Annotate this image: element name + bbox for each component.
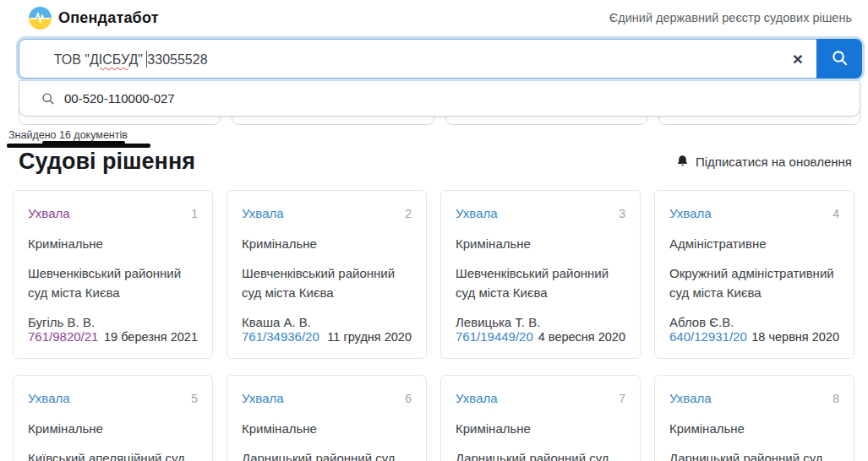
court-name: Дарницький районний суд (456, 448, 625, 461)
subscribe-label: Підписатися на оновлення (696, 155, 852, 169)
court-decision-card[interactable]: Ухвала 5 Кримінальне Київський апеляційн… (13, 375, 213, 461)
case-number-link[interactable]: 761/19449/20 (456, 327, 533, 346)
card-number: 8 (833, 389, 839, 409)
decision-type-link[interactable]: Ухвала (242, 388, 284, 408)
search-value-text: 33055528 (147, 52, 207, 67)
search-value-misspelled: ДІСБУД (90, 52, 138, 67)
court-decision-card[interactable]: Ухвала 1 Кримінальне Шевченківський райо… (13, 190, 213, 359)
suggestion-text: 00-520-110000-027 (64, 91, 175, 106)
page: Опендатабот Єдиний державний реєстр судо… (0, 0, 868, 461)
decision-type-link[interactable]: Ухвала (28, 203, 70, 223)
card-number: 4 (833, 204, 839, 224)
court-name: Дарницький районний суд (242, 448, 412, 461)
case-category: Адміністративне (669, 234, 839, 253)
results-count: Знайдено 16 документів (8, 129, 128, 141)
court-name: Дарницький районний суд (669, 448, 839, 461)
court-decision-card[interactable]: Ухвала 6 Кримінальне Дарницький районний… (227, 375, 427, 461)
court-decision-card[interactable]: Ухвала 7 Кримінальне Дарницький районний… (440, 375, 641, 461)
search-icon (41, 92, 55, 106)
card-header-row: Ухвала 1 (28, 203, 198, 224)
court-name: Шевченківський районний суд міста Києва (242, 263, 412, 302)
card-header-row: Ухвала 8 (669, 388, 839, 409)
card-footer-row: 640/12931/20 18 червня 2020 (669, 327, 839, 347)
card-header-row: Ухвала 6 (242, 388, 412, 409)
decision-type-link[interactable]: Ухвала (242, 203, 284, 223)
decision-date: 18 червня 2020 (751, 328, 839, 347)
case-category: Кримінальне (28, 234, 198, 253)
decision-date: 4 вересня 2020 (538, 328, 625, 347)
logo-text: Опендатабот (58, 9, 159, 27)
search-icon (831, 49, 849, 69)
search-suggestions-dropdown: 00-520-110000-027 (19, 80, 860, 117)
card-number: 6 (405, 389, 412, 409)
decision-cards-grid: Ухвала 1 Кримінальне Шевченківський райо… (13, 190, 854, 461)
card-number: 2 (405, 204, 412, 224)
search-bar: ТОВ "ДІСБУД" 33055528 × (19, 39, 862, 79)
decision-type-link[interactable]: Ухвала (456, 388, 498, 408)
page-title: Судові рішення (19, 149, 195, 175)
search-input[interactable]: ТОВ "ДІСБУД" 33055528 (19, 35, 779, 83)
court-decision-card[interactable]: Ухвала 8 Кримінальне Дарницький районний… (654, 375, 854, 461)
card-header-row: Ухвала 2 (242, 203, 412, 224)
case-category: Кримінальне (242, 234, 412, 253)
card-header-row: Ухвала 5 (28, 388, 198, 409)
court-name: Шевченківський районний суд міста Києва (28, 263, 198, 302)
card-number: 5 (191, 389, 198, 409)
decision-date: 11 грудня 2020 (327, 328, 412, 347)
card-footer-row: 761/34936/20 11 грудня 2020 (242, 327, 412, 347)
case-number-link[interactable]: 640/12931/20 (669, 327, 747, 346)
decision-date: 19 березня 2021 (104, 328, 198, 347)
court-name: Київський апеляційний суд (28, 448, 198, 461)
case-category: Кримінальне (456, 234, 625, 253)
search-suggestion-item[interactable]: 00-520-110000-027 (19, 81, 860, 116)
clear-search-icon[interactable]: × (779, 41, 816, 78)
card-header-row: Ухвала 4 (669, 203, 839, 224)
case-category: Кримінальне (28, 419, 198, 438)
search-value-text: ТОВ " (54, 52, 90, 67)
court-decision-card[interactable]: Ухвала 3 Кримінальне Шевченківський райо… (440, 190, 641, 359)
opendatabot-logo[interactable]: Опендатабот (29, 7, 159, 30)
case-category: Кримінальне (242, 419, 412, 438)
case-number-link[interactable]: 761/9820/21 (28, 327, 98, 346)
case-category: Кримінальне (456, 419, 625, 438)
registry-label: Єдиний державний реєстр судових рішень (609, 11, 852, 24)
card-header-row: Ухвала 7 (456, 388, 625, 409)
court-name: Шевченківський районний суд міста Києва (456, 263, 625, 302)
decision-type-link[interactable]: Ухвала (28, 388, 70, 408)
title-row: Судові рішення Підписатися на оновлення (19, 147, 852, 176)
card-number: 1 (191, 204, 198, 224)
subscribe-button[interactable]: Підписатися на оновлення (676, 155, 852, 169)
search-button[interactable] (816, 39, 862, 79)
case-category: Кримінальне (669, 419, 839, 438)
bell-icon (676, 155, 689, 168)
court-name: Окружний адміністративний суд міста Києв… (669, 263, 839, 302)
court-decision-card[interactable]: Ухвала 2 Кримінальне Шевченківський райо… (227, 190, 427, 359)
decision-type-link[interactable]: Ухвала (669, 388, 712, 408)
decision-type-link[interactable]: Ухвала (456, 203, 498, 223)
card-number: 7 (619, 389, 625, 409)
card-footer-row: 761/19449/20 4 вересня 2020 (456, 327, 625, 347)
opendatabot-logo-icon (29, 7, 52, 30)
case-number-link[interactable]: 761/34936/20 (242, 327, 319, 346)
card-header-row: Ухвала 3 (456, 203, 625, 224)
card-number: 3 (619, 204, 625, 224)
search-value-text: " (138, 52, 146, 67)
decision-type-link[interactable]: Ухвала (669, 203, 712, 223)
card-footer-row: 761/9820/21 19 березня 2021 (28, 327, 198, 347)
court-decision-card[interactable]: Ухвала 4 Адміністративне Окружний адміні… (654, 190, 854, 359)
top-bar: Опендатабот Єдиний державний реєстр судо… (0, 0, 868, 32)
